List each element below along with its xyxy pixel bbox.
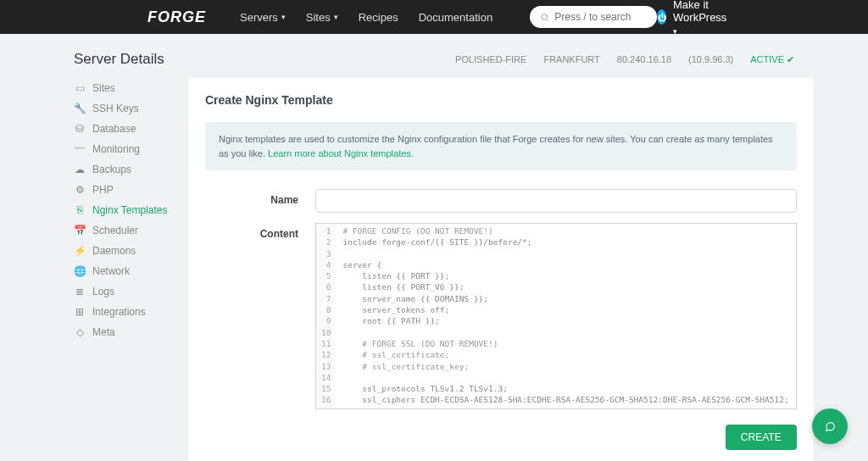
sidebar-icon: 🌐: [74, 265, 86, 277]
create-button[interactable]: CREATE: [726, 425, 797, 450]
server-meta: POLISHED-FIRE FRANKFURT 80.240.16.18 (10…: [455, 54, 794, 65]
sidebar-item-scheduler[interactable]: 📅Scheduler: [74, 220, 171, 241]
sidebar-icon: ▭: [74, 82, 86, 94]
sidebar-icon: 📅: [74, 225, 86, 236]
info-alert: Nginx templates are used to customize th…: [205, 122, 797, 170]
help-fab[interactable]: [812, 408, 848, 444]
sidebar-item-backups[interactable]: ☁Backups: [74, 159, 171, 180]
nav-documentation[interactable]: Documentation: [419, 11, 492, 24]
sidebar-icon: 〰: [74, 143, 86, 155]
sidebar-item-meta[interactable]: ◇Meta: [74, 322, 171, 342]
svg-line-1: [547, 19, 548, 20]
sidebar-item-integrations[interactable]: ⊞Integrations: [74, 302, 171, 322]
sidebar-item-php[interactable]: ⚙PHP: [74, 180, 171, 200]
learn-more-link[interactable]: Learn more about Nginx templates.: [268, 148, 414, 158]
search-icon: [540, 12, 549, 23]
check-icon: ✔: [787, 54, 794, 65]
account-menu[interactable]: ⏻ Make it WorkPress: [657, 0, 732, 36]
sidebar-icon: ≣: [74, 286, 86, 297]
account-label: Make it WorkPress: [673, 0, 732, 36]
server-private-ip: (10.9.96.3): [688, 54, 733, 65]
main-panel: Create Nginx Template Nginx templates ar…: [188, 78, 814, 461]
svg-point-0: [542, 14, 548, 19]
sidebar-icon: ⎘: [74, 204, 86, 216]
sidebar-icon: ⚡: [74, 245, 86, 257]
sidebar-item-network[interactable]: 🌐Network: [74, 261, 171, 281]
sidebar-item-daemons[interactable]: ⚡Daemons: [74, 241, 171, 261]
content-label: Content: [205, 223, 315, 409]
nav-recipes[interactable]: Recipes: [359, 11, 398, 24]
topbar: FORGE Servers Sites Recipes Documentatio…: [0, 0, 868, 34]
main-nav: Servers Sites Recipes Documentation: [240, 6, 657, 28]
sidebar-item-nginx-templates[interactable]: ⎘Nginx Templates: [74, 200, 171, 220]
power-icon: ⏻: [657, 9, 666, 25]
code-content[interactable]: # FORGE CONFIG (DO NOT REMOVE!) include …: [336, 224, 795, 408]
sidebar-icon: ⊞: [74, 306, 86, 318]
search-input[interactable]: [554, 11, 647, 23]
page-title: Server Details: [74, 51, 164, 68]
nav-sites[interactable]: Sites: [306, 11, 338, 24]
server-name: POLISHED-FIRE: [455, 54, 526, 65]
logo: FORGE: [147, 8, 206, 26]
sidebar-item-logs[interactable]: ≣Logs: [74, 281, 171, 302]
line-gutter: 1 2 3 4 5 6 7 8 9 10 11 12 13 14 15 16 1…: [316, 224, 336, 408]
sidebar-icon: ⛁: [74, 123, 86, 135]
search-input-wrap[interactable]: [530, 6, 657, 28]
server-region: FRANKFURT: [543, 54, 599, 65]
sidebar-icon: ☁: [74, 164, 86, 175]
sidebar-item-sites[interactable]: ▭Sites: [74, 78, 171, 98]
nav-servers[interactable]: Servers: [240, 11, 286, 24]
status-badge: ACTIVE ✔: [750, 54, 794, 65]
sidebar-item-database[interactable]: ⛁Database: [74, 119, 171, 139]
sidebar-icon: 🔧: [74, 103, 86, 114]
server-ip: 80.240.16.18: [617, 54, 671, 65]
sidebar: ▭Sites🔧SSH Keys⛁Database〰Monitoring☁Back…: [74, 78, 171, 461]
sidebar-item-ssh-keys[interactable]: 🔧SSH Keys: [74, 98, 171, 119]
name-label: Name: [205, 189, 315, 213]
name-input[interactable]: [315, 189, 797, 213]
page-header: Server Details POLISHED-FIRE FRANKFURT 8…: [74, 51, 794, 68]
code-editor[interactable]: 1 2 3 4 5 6 7 8 9 10 11 12 13 14 15 16 1…: [315, 223, 797, 409]
panel-heading: Create Nginx Template: [205, 93, 797, 107]
sidebar-icon: ⚙: [74, 184, 86, 196]
sidebar-icon: ◇: [74, 326, 86, 338]
sidebar-item-monitoring[interactable]: 〰Monitoring: [74, 139, 171, 159]
chat-icon: [825, 421, 836, 432]
